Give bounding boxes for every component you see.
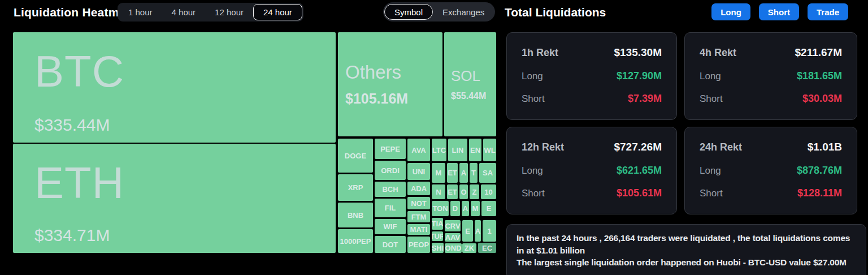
treemap-cell-fil[interactable]: FIL (375, 199, 406, 217)
treemap-cell-others[interactable]: Others$105.16M (338, 32, 442, 136)
short-label: Short (522, 188, 545, 199)
cell-label: 1 (487, 227, 491, 235)
treemap-cell-m[interactable]: M (432, 163, 445, 183)
treemap-cell-wl[interactable]: WL (483, 139, 496, 161)
card-total: $135.30M (614, 46, 662, 59)
treemap-cell-lin[interactable]: LIN (448, 139, 467, 161)
treemap-cell-xrp[interactable]: XRP (338, 174, 373, 201)
treemap-cell-ftm[interactable]: FTM (407, 211, 430, 222)
cell-label: WL (484, 146, 495, 154)
cell-label: AVA (411, 146, 426, 154)
treemap-cell-et[interactable]: ET (447, 184, 458, 199)
cell-label: E (465, 227, 470, 235)
summary-panel: In the past 24 hours , 266,164 traders w… (506, 224, 866, 275)
treemap-cell-ec[interactable]: EC (478, 243, 496, 253)
card-title: 4h Rekt (700, 47, 736, 59)
long-label: Long (522, 71, 543, 82)
short-button[interactable]: Short (759, 3, 799, 20)
rekt-card-4h-rekt: 4h Rekt$211.67MLong$181.65MShort$30.03M (684, 32, 857, 120)
treemap-cell-1[interactable]: 1 (483, 220, 496, 242)
cell-label: NOT (411, 199, 426, 208)
treemap-cell-ada[interactable]: ADA (407, 182, 430, 195)
cell-label: PEPE (380, 145, 400, 153)
cell-label: BNB (348, 211, 363, 220)
cell-label: SA (483, 169, 493, 177)
card-long-row: Long$127.90M (522, 70, 662, 82)
cell-label: BCH (382, 185, 398, 194)
cell-label: TIA (432, 220, 443, 228)
treemap-cell-tur[interactable]: TUR (432, 231, 443, 241)
cell-label: LIN (452, 146, 464, 154)
action-buttons: LongShortTrade (711, 3, 848, 20)
time-tab-24-hour[interactable]: 24 hour (253, 4, 302, 20)
treemap-cell-ltc[interactable]: LTC (432, 139, 446, 161)
time-tab-12-hour[interactable]: 12 hour (205, 4, 253, 20)
treemap-cell-tia[interactable]: TIA (432, 218, 443, 230)
treemap-cell-dot[interactable]: DOT (375, 236, 406, 253)
cell-label: WIF (384, 222, 397, 231)
treemap-cell-a[interactable]: A (475, 220, 481, 242)
symbol-exchanges-toggle: SymbolExchanges (383, 2, 495, 22)
treemap-cell-uni[interactable]: UNI (407, 163, 430, 180)
treemap-cell-zk[interactable]: ZK (462, 243, 476, 253)
card-short-row: Short$7.39M (522, 93, 662, 105)
treemap-cell-ton[interactable]: TON (432, 201, 449, 216)
treemap-cell-aav[interactable]: AAV (445, 233, 461, 242)
treemap-cell-z[interactable]: Z (470, 184, 479, 199)
treemap-cell-doge[interactable]: DOGE (338, 139, 373, 173)
card-title: 1h Rekt (522, 47, 558, 59)
cell-label: 1000PEP (340, 237, 371, 246)
card-title-row: 12h Rekt$727.26M (522, 141, 662, 153)
treemap-cell-1000pep[interactable]: 1000PEP (338, 229, 373, 253)
treemap-cell-a[interactable]: A (459, 163, 468, 183)
treemap-cell-ond[interactable]: OND (445, 243, 462, 253)
cell-label: D (453, 204, 458, 213)
cell-value: $55.44M (451, 91, 486, 101)
toggle-symbol[interactable]: Symbol (384, 4, 433, 20)
rekt-card-24h-rekt: 24h Rekt$1.01BLong$878.76MShort$128.11M (684, 127, 857, 214)
treemap-cell-sol[interactable]: SOL$55.44M (444, 32, 496, 136)
card-title-row: 4h Rekt$211.67M (700, 46, 842, 59)
time-tab-4-hour[interactable]: 4 hour (162, 4, 206, 20)
treemap-cell-btc[interactable]: BTC$335.44M (13, 32, 336, 143)
rekt-card-1h-rekt: 1h Rekt$135.30MLong$127.90MShort$7.39M (506, 32, 677, 120)
rekt-card-12h-rekt: 12h Rekt$727.26MLong$621.65MShort$105.61… (506, 127, 677, 214)
long-label: Long (700, 165, 721, 177)
treemap-cell-a[interactable]: A (462, 201, 469, 216)
treemap-cell-d[interactable]: D (450, 201, 460, 216)
treemap-cell-wif[interactable]: WIF (375, 219, 406, 234)
cell-label: OND (445, 244, 462, 252)
cell-label: O (461, 188, 466, 196)
treemap-cell-crv[interactable]: CRV (445, 220, 461, 231)
treemap-cell-pepe[interactable]: PEPE (375, 139, 406, 159)
trade-button[interactable]: Trade (808, 3, 848, 20)
treemap-cell-10[interactable]: 10 (481, 184, 496, 199)
long-button[interactable]: Long (711, 3, 750, 20)
treemap-cell-peop[interactable]: PEOP (407, 237, 430, 253)
cell-label: ZK (465, 244, 474, 252)
card-long-row: Long$878.76M (700, 165, 842, 177)
treemap-cell-shi[interactable]: SHI (432, 243, 444, 253)
treemap-cell-mati[interactable]: MATI (407, 224, 430, 235)
treemap-cell-en[interactable]: EN (469, 139, 481, 161)
toggle-exchanges[interactable]: Exchanges (433, 4, 494, 20)
treemap-cell-eth[interactable]: ETH$334.71M (13, 144, 336, 253)
treemap-cell-e[interactable]: E (462, 220, 473, 242)
treemap-cell-ava[interactable]: AVA (407, 139, 430, 161)
treemap-cell-et[interactable]: ET (447, 163, 458, 183)
short-value: $128.11M (797, 187, 842, 199)
treemap-cell-ordi[interactable]: ORDI (375, 161, 406, 180)
cell-label: M (472, 204, 479, 213)
time-tab-1-hour[interactable]: 1 hour (119, 4, 162, 20)
treemap-cell-bnb[interactable]: BNB (338, 203, 373, 227)
treemap-cell-bch[interactable]: BCH (375, 182, 406, 197)
treemap-cell-not[interactable]: NOT (407, 197, 430, 209)
cell-label: TON (432, 204, 448, 213)
treemap-cell-t[interactable]: T (470, 163, 478, 183)
treemap-cell-o[interactable]: O (459, 184, 468, 199)
treemap-cell-e[interactable]: E (481, 201, 496, 216)
treemap-cell-m[interactable]: M (471, 201, 480, 216)
liquidation-dashboard: Liquidation Heatmap 1 hour4 hour12 hour2… (0, 0, 868, 275)
treemap-cell-n[interactable]: N (432, 184, 445, 199)
treemap-cell-sa[interactable]: SA (479, 163, 496, 183)
